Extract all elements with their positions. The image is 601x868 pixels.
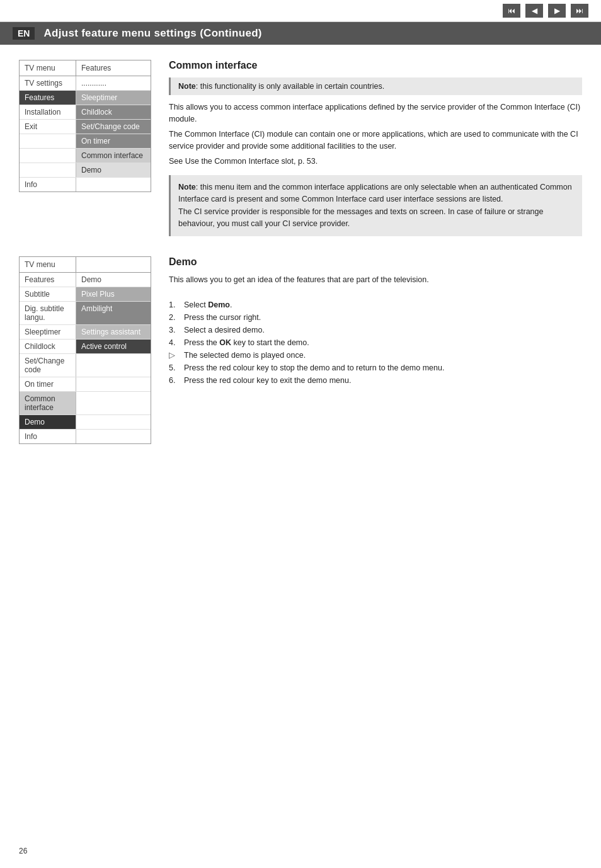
menu-right-empty1 — [76, 178, 151, 191]
menu2-row-subtitle: Subtitle Pixel Plus — [20, 287, 151, 302]
note1-label: Note — [178, 82, 196, 91]
menu2-right-empty2 — [76, 354, 151, 377]
menu2-left-childlock: Childlock — [20, 340, 76, 353]
menu-right-demo1: Demo — [76, 163, 151, 177]
step-5-num: 5. — [169, 362, 180, 374]
menu-row-demo1: Demo — [20, 163, 151, 178]
section1-title: Common interface — [169, 60, 582, 71]
menu-right-childlock: Childlock — [76, 105, 151, 119]
menu2-row-info: Info — [20, 430, 151, 443]
step-arrow: ▷ The selected demo is played once. — [169, 349, 582, 362]
menu-row-features: Features Sleeptimer — [20, 91, 151, 105]
section2-title: Demo — [169, 256, 582, 268]
section2-body: This allows you to get an idea of the fe… — [169, 274, 582, 286]
menu-left-empty3 — [20, 163, 76, 177]
menu2-left-sleeptimer: Sleeptimer — [20, 325, 76, 339]
menu-left-tvsettings: TV settings — [20, 76, 76, 90]
step-6-num: 6. — [169, 374, 180, 387]
menu-left-empty1 — [20, 134, 76, 148]
note2-label: Note — [178, 183, 196, 191]
page-number: 26 — [19, 847, 27, 855]
menu-left-features: Features — [20, 91, 76, 105]
step-5: 5. Press the red colour key to stop the … — [169, 362, 582, 374]
nav-next-button[interactable]: ▶ — [548, 4, 566, 18]
menu-right-ontimer: On timer — [76, 134, 151, 148]
tv-menu-2: TV menu Features Demo Subtitle Pixel Plu… — [19, 256, 151, 444]
menu2-right-empty4 — [76, 392, 151, 414]
step-2: 2. Press the cursor right. — [169, 311, 582, 324]
menu2-right-ambilight: Ambilight — [76, 302, 151, 324]
menu-row-tvsettings: TV settings ............ — [20, 76, 151, 91]
nav-button-group: ⏮ ◀ ▶ ⏭ — [503, 4, 588, 18]
menu2-left-digsubtitle: Dig. subtitle langu. — [20, 302, 76, 324]
step-3-text: Select a desired demo. — [184, 324, 265, 336]
note-box-2: Note: this menu item and the common inte… — [169, 175, 582, 237]
menu2-row-demo: Demo — [20, 415, 151, 430]
menu2-header-row: TV menu — [20, 257, 151, 273]
menu-row-info1: Info — [20, 178, 151, 191]
menu-row-commoninterface: Common interface — [20, 149, 151, 163]
description-demo: Demo This allows you to get an idea of t… — [169, 256, 582, 386]
page-title: Adjust feature menu settings (Continued) — [43, 27, 261, 40]
section1-para3: See Use the Common Interface slot, p. 53… — [169, 156, 582, 168]
nav-prev-button[interactable]: ◀ — [525, 4, 543, 18]
menu-header-row: TV menu Features — [20, 60, 151, 76]
menu-right-commoninterface: Common interface — [76, 149, 151, 163]
menu2-col2-header — [76, 257, 151, 272]
section-common-interface: TV menu Features TV settings ...........… — [19, 60, 582, 236]
menu-left-empty2 — [20, 149, 76, 163]
menu-right-setchangecode: Set/Change code — [76, 120, 151, 134]
menu-right-sleeptimer: Sleeptimer — [76, 91, 151, 105]
step-5-text: Press the red colour key to stop the dem… — [184, 362, 444, 374]
header-bar: EN Adjust feature menu settings (Continu… — [0, 22, 601, 45]
step-1-text: Select Demo. — [184, 299, 232, 311]
menu2-row-commoninterface: Common interface — [20, 392, 151, 415]
step-1: 1. Select Demo. — [169, 299, 582, 311]
language-badge: EN — [13, 27, 35, 40]
step-arrow-text: The selected demo is played once. — [184, 349, 306, 362]
menu-row-exit: Exit Set/Change code — [20, 120, 151, 134]
step-6: 6. Press the red colour key to exit the … — [169, 374, 582, 387]
menu2-right-demo: Demo — [76, 273, 151, 287]
menu2-right-empty5 — [76, 415, 151, 429]
menu2-left-demo: Demo — [20, 415, 76, 429]
step-3-num: 3. — [169, 324, 180, 336]
note1-text: : this functionality is only available i… — [196, 82, 384, 91]
menu-left-installation: Installation — [20, 105, 76, 119]
menu-left-exit: Exit — [20, 120, 76, 134]
menu2-left-setchangecode: Set/Change code — [20, 354, 76, 377]
nav-last-button[interactable]: ⏭ — [571, 4, 588, 18]
menu2-row-dig-subtitle: Dig. subtitle langu. Ambilight — [20, 302, 151, 325]
menu2-row-sleeptimer: Sleeptimer Settings assistant — [20, 325, 151, 340]
tv-menu-1: TV menu Features TV settings ...........… — [19, 60, 151, 192]
menu2-right-activecontrol: Active control — [76, 340, 151, 353]
menu-col2-header: Features — [76, 60, 151, 76]
step-4-num: 4. — [169, 336, 180, 349]
note2-text: : this menu item and the common interfac… — [178, 183, 572, 228]
step-4-text: Press the OK key to start the demo. — [184, 336, 309, 349]
menu2-row-setchangecode: Set/Change code — [20, 354, 151, 377]
section-demo: TV menu Features Demo Subtitle Pixel Plu… — [19, 256, 582, 444]
menu2-right-empty3 — [76, 377, 151, 391]
menu2-right-pixelplus: Pixel Plus — [76, 287, 151, 301]
menu2-left-info: Info — [20, 430, 76, 443]
menu2-right-settingsassistant: Settings assistant — [76, 325, 151, 339]
menu2-right-empty6 — [76, 430, 151, 443]
menu2-left-features: Features — [20, 273, 76, 287]
main-content: TV menu Features TV settings ...........… — [0, 45, 601, 463]
step-2-num: 2. — [169, 311, 180, 324]
step-1-num: 1. — [169, 299, 180, 311]
menu2-left-ontimer: On timer — [20, 377, 76, 391]
menu2-row-features: Features Demo — [20, 273, 151, 287]
step-3: 3. Select a desired demo. — [169, 324, 582, 336]
menu-right-tvsettings: ............ — [76, 76, 151, 90]
step-4: 4. Press the OK key to start the demo. — [169, 336, 582, 349]
menu2-left-subtitle: Subtitle — [20, 287, 76, 301]
menu-row-installation: Installation Childlock — [20, 105, 151, 120]
menu2-row-ontimer: On timer — [20, 377, 151, 392]
section1-para1: This allows you to access common interfa… — [169, 101, 582, 126]
nav-first-button[interactable]: ⏮ — [503, 4, 520, 18]
note-box-1: Note: this functionality is only availab… — [169, 77, 582, 95]
menu2-col1-header: TV menu — [20, 257, 76, 272]
menu-row-ontimer: On timer — [20, 134, 151, 149]
